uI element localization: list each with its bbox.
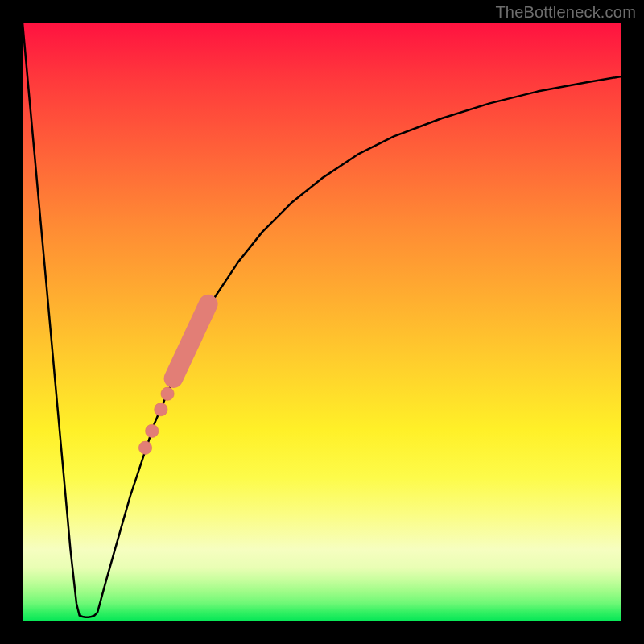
bottleneck-curve [23, 23, 621, 617]
marker-bar [173, 304, 208, 378]
watermark-text: TheBottleneck.com [495, 3, 636, 22]
marker-dot [138, 441, 151, 454]
marker-dot [146, 424, 159, 437]
curve-svg [23, 23, 621, 621]
marker-dot [155, 402, 167, 415]
plot-area [23, 23, 621, 621]
chart-frame: TheBottleneck.com [0, 0, 644, 644]
marker-dot [161, 387, 174, 400]
